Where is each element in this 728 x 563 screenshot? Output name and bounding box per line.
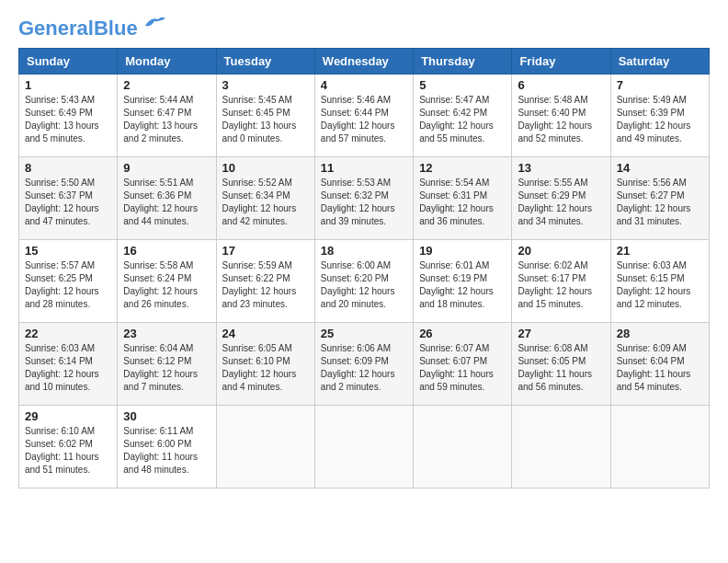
day-number: 21 <box>617 244 703 258</box>
calendar-cell: 1 Sunrise: 5:43 AMSunset: 6:49 PMDayligh… <box>19 75 118 157</box>
day-info: Sunrise: 6:00 AMSunset: 6:20 PMDaylight:… <box>321 260 395 309</box>
calendar-cell: 7 Sunrise: 5:49 AMSunset: 6:39 PMDayligh… <box>610 75 709 157</box>
calendar-week-row: 8 Sunrise: 5:50 AMSunset: 6:37 PMDayligh… <box>19 157 710 240</box>
day-number: 23 <box>123 327 210 340</box>
day-info: Sunrise: 5:47 AMSunset: 6:42 PMDaylight:… <box>419 95 494 144</box>
day-info: Sunrise: 5:44 AMSunset: 6:47 PMDaylight:… <box>123 95 198 144</box>
col-header-tuesday: Tuesday <box>216 49 314 75</box>
calendar-cell: 11 Sunrise: 5:53 AMSunset: 6:32 PMDaylig… <box>314 157 413 240</box>
day-number: 2 <box>123 78 210 92</box>
calendar-week-row: 1 Sunrise: 5:43 AMSunset: 6:49 PMDayligh… <box>19 75 710 157</box>
day-number: 15 <box>25 244 111 258</box>
calendar-cell: 17 Sunrise: 5:59 AMSunset: 6:22 PMDaylig… <box>216 240 314 323</box>
day-info: Sunrise: 5:46 AMSunset: 6:44 PMDaylight:… <box>321 95 395 144</box>
day-number: 18 <box>321 244 407 258</box>
day-number: 9 <box>123 161 210 175</box>
day-number: 20 <box>518 244 604 258</box>
calendar-cell: 3 Sunrise: 5:45 AMSunset: 6:45 PMDayligh… <box>216 75 314 157</box>
calendar-week-row: 22 Sunrise: 6:03 AMSunset: 6:14 PMDaylig… <box>19 323 710 406</box>
col-header-saturday: Saturday <box>610 49 709 75</box>
day-info: Sunrise: 6:01 AMSunset: 6:19 PMDaylight:… <box>419 260 494 309</box>
col-header-wednesday: Wednesday <box>314 49 413 75</box>
calendar-cell <box>512 406 610 488</box>
day-number: 1 <box>25 78 111 92</box>
day-info: Sunrise: 6:11 AMSunset: 6:00 PMDaylight:… <box>123 426 198 475</box>
calendar-cell <box>216 406 314 488</box>
day-info: Sunrise: 6:07 AMSunset: 6:07 PMDaylight:… <box>419 343 494 392</box>
calendar-cell: 22 Sunrise: 6:03 AMSunset: 6:14 PMDaylig… <box>19 323 118 406</box>
day-info: Sunrise: 5:55 AMSunset: 6:29 PMDaylight:… <box>518 178 592 226</box>
day-info: Sunrise: 5:51 AMSunset: 6:36 PMDaylight:… <box>123 178 198 226</box>
logo-general: General <box>18 17 94 40</box>
logo-bird-icon <box>142 15 167 33</box>
col-header-friday: Friday <box>512 49 610 75</box>
day-info: Sunrise: 5:52 AMSunset: 6:34 PMDaylight:… <box>222 178 297 226</box>
calendar-cell: 12 Sunrise: 5:54 AMSunset: 6:31 PMDaylig… <box>414 157 512 240</box>
day-number: 24 <box>222 327 309 340</box>
calendar-table: SundayMondayTuesdayWednesdayThursdayFrid… <box>18 48 710 488</box>
logo-blue: Blue <box>94 17 138 40</box>
calendar-cell <box>314 406 413 488</box>
calendar-cell: 20 Sunrise: 6:02 AMSunset: 6:17 PMDaylig… <box>512 240 610 323</box>
calendar-cell <box>414 406 512 488</box>
day-info: Sunrise: 5:53 AMSunset: 6:32 PMDaylight:… <box>321 178 395 226</box>
day-info: Sunrise: 5:54 AMSunset: 6:31 PMDaylight:… <box>419 178 494 226</box>
calendar-cell: 2 Sunrise: 5:44 AMSunset: 6:47 PMDayligh… <box>118 75 216 157</box>
calendar-cell: 25 Sunrise: 6:06 AMSunset: 6:09 PMDaylig… <box>314 323 413 406</box>
page-header: GeneralBlue <box>18 18 710 39</box>
day-number: 11 <box>321 161 407 175</box>
calendar-cell: 19 Sunrise: 6:01 AMSunset: 6:19 PMDaylig… <box>414 240 512 323</box>
day-number: 25 <box>321 327 407 340</box>
calendar-week-row: 29 Sunrise: 6:10 AMSunset: 6:02 PMDaylig… <box>19 406 710 488</box>
day-info: Sunrise: 5:58 AMSunset: 6:24 PMDaylight:… <box>123 260 198 309</box>
calendar-cell: 5 Sunrise: 5:47 AMSunset: 6:42 PMDayligh… <box>414 75 512 157</box>
calendar-cell: 29 Sunrise: 6:10 AMSunset: 6:02 PMDaylig… <box>19 406 118 488</box>
calendar-cell: 30 Sunrise: 6:11 AMSunset: 6:00 PMDaylig… <box>118 406 216 488</box>
calendar-cell: 18 Sunrise: 6:00 AMSunset: 6:20 PMDaylig… <box>314 240 413 323</box>
day-info: Sunrise: 6:09 AMSunset: 6:04 PMDaylight:… <box>617 343 691 392</box>
day-number: 8 <box>25 161 111 175</box>
col-header-sunday: Sunday <box>19 49 118 75</box>
calendar-cell: 24 Sunrise: 6:05 AMSunset: 6:10 PMDaylig… <box>216 323 314 406</box>
calendar-cell: 6 Sunrise: 5:48 AMSunset: 6:40 PMDayligh… <box>512 75 610 157</box>
calendar-cell: 15 Sunrise: 5:57 AMSunset: 6:25 PMDaylig… <box>19 240 118 323</box>
day-number: 16 <box>123 244 210 258</box>
day-info: Sunrise: 5:56 AMSunset: 6:27 PMDaylight:… <box>617 178 691 226</box>
day-number: 26 <box>419 327 506 340</box>
day-info: Sunrise: 6:03 AMSunset: 6:14 PMDaylight:… <box>25 343 99 392</box>
logo-text: GeneralBlue <box>18 18 138 39</box>
day-info: Sunrise: 5:45 AMSunset: 6:45 PMDaylight:… <box>222 95 297 144</box>
calendar-cell <box>610 406 709 488</box>
day-number: 4 <box>321 78 407 92</box>
day-number: 5 <box>419 78 506 92</box>
day-info: Sunrise: 6:05 AMSunset: 6:10 PMDaylight:… <box>222 343 297 392</box>
day-info: Sunrise: 6:02 AMSunset: 6:17 PMDaylight:… <box>518 260 592 309</box>
day-number: 30 <box>123 409 210 423</box>
calendar-cell: 21 Sunrise: 6:03 AMSunset: 6:15 PMDaylig… <box>610 240 709 323</box>
calendar-week-row: 15 Sunrise: 5:57 AMSunset: 6:25 PMDaylig… <box>19 240 710 323</box>
calendar-cell: 8 Sunrise: 5:50 AMSunset: 6:37 PMDayligh… <box>19 157 118 240</box>
day-number: 22 <box>25 327 111 340</box>
calendar-cell: 9 Sunrise: 5:51 AMSunset: 6:36 PMDayligh… <box>118 157 216 240</box>
day-number: 12 <box>419 161 506 175</box>
day-number: 6 <box>518 78 604 92</box>
calendar-cell: 26 Sunrise: 6:07 AMSunset: 6:07 PMDaylig… <box>414 323 512 406</box>
calendar-cell: 27 Sunrise: 6:08 AMSunset: 6:05 PMDaylig… <box>512 323 610 406</box>
calendar-cell: 10 Sunrise: 5:52 AMSunset: 6:34 PMDaylig… <box>216 157 314 240</box>
day-info: Sunrise: 6:10 AMSunset: 6:02 PMDaylight:… <box>25 426 99 475</box>
day-number: 17 <box>222 244 309 258</box>
day-info: Sunrise: 5:48 AMSunset: 6:40 PMDaylight:… <box>518 95 592 144</box>
day-number: 27 <box>518 327 604 340</box>
calendar-cell: 13 Sunrise: 5:55 AMSunset: 6:29 PMDaylig… <box>512 157 610 240</box>
logo: GeneralBlue <box>18 18 167 39</box>
day-number: 29 <box>25 409 111 423</box>
day-info: Sunrise: 5:49 AMSunset: 6:39 PMDaylight:… <box>617 95 691 144</box>
calendar-cell: 4 Sunrise: 5:46 AMSunset: 6:44 PMDayligh… <box>314 75 413 157</box>
day-number: 7 <box>617 78 703 92</box>
day-info: Sunrise: 6:03 AMSunset: 6:15 PMDaylight:… <box>617 260 691 309</box>
day-number: 28 <box>617 327 703 340</box>
day-number: 3 <box>222 78 309 92</box>
col-header-thursday: Thursday <box>414 49 512 75</box>
col-header-monday: Monday <box>118 49 216 75</box>
day-info: Sunrise: 6:06 AMSunset: 6:09 PMDaylight:… <box>321 343 395 392</box>
